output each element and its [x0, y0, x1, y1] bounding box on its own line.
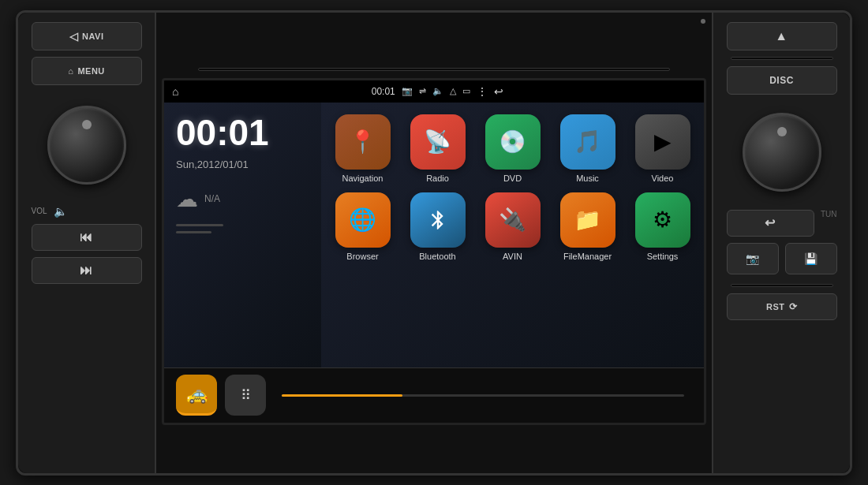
browser-app-label: Browser	[346, 252, 378, 261]
progress-bar	[282, 394, 684, 397]
vol-label: VOL	[32, 207, 47, 215]
sd-slot	[731, 284, 833, 287]
dvd-app-icon[interactable]: 💿 DVD	[479, 114, 546, 183]
nav-app-icon[interactable]: 📍 Navigation	[329, 114, 396, 183]
home-icon[interactable]: ⌂	[172, 85, 178, 98]
rst-button[interactable]: RST ⟳	[727, 293, 837, 320]
navi-button[interactable]: ◁ NAVI	[32, 22, 142, 50]
avin-app-label: AVIN	[503, 252, 522, 261]
music-app-img: 🎵	[560, 114, 615, 170]
navi-arrow-icon: ◁	[69, 30, 79, 43]
status-volume-icon: 🔈	[432, 86, 443, 96]
nav-app-label: Navigation	[342, 173, 383, 183]
status-camera-icon: 📷	[402, 86, 413, 96]
video-app-icon[interactable]: ▶ Video	[629, 114, 696, 183]
right-panel: ▲ DISC ↩ TUN 📷 💾 RST ⟳	[712, 13, 850, 473]
status-rect-icon: ▭	[462, 86, 470, 96]
prev-button[interactable]: ⏮	[32, 224, 142, 251]
avin-app-icon[interactable]: 🔌 AVIN	[479, 192, 546, 261]
rst-icon: ⟳	[789, 301, 798, 312]
tuner-knob[interactable]	[743, 113, 821, 192]
bt-app-img	[410, 192, 466, 248]
bt-app-label: Bluetooth	[419, 252, 455, 261]
weather-line-2	[176, 231, 211, 233]
volume-knob[interactable]	[47, 106, 126, 185]
icon-row: 📷 💾	[727, 243, 837, 274]
disc-button[interactable]: DISC	[727, 66, 837, 95]
back-tun-row: ↩ TUN	[727, 210, 837, 237]
date-display: Sun,2012/01/01	[176, 159, 309, 170]
camera-icon: 📷	[746, 252, 760, 265]
sd-icon: 💾	[804, 252, 818, 265]
video-app-img: ▶	[635, 114, 690, 170]
menu-home-icon: ⌂	[68, 66, 73, 76]
menu-button[interactable]: ⌂ MENU	[32, 57, 142, 85]
browser-app-icon[interactable]: 🌐 Browser	[329, 192, 396, 261]
settings-app-img: ⚙	[635, 192, 690, 248]
dvd-app-label: DVD	[503, 173, 522, 183]
menu-label: MENU	[77, 66, 104, 76]
status-time: 00:01	[372, 86, 395, 97]
status-triangle-icon: △	[450, 86, 456, 96]
progress-fill	[282, 394, 402, 397]
back-button[interactable]: ↩	[727, 210, 814, 237]
camera-button[interactable]: 📷	[727, 243, 779, 274]
next-button[interactable]: ⏭	[32, 257, 142, 284]
bluetooth-svg	[427, 209, 449, 231]
status-bar: ⌂ 00:01 📷 ⇌ 🔈 △ ▭ ⋮ ↩	[164, 80, 704, 103]
clock-display: 00:01	[176, 114, 309, 151]
back-icon: ↩	[765, 215, 776, 230]
dock-icon-taxi[interactable]: 🚕	[176, 375, 217, 416]
sd-button[interactable]: 💾	[785, 243, 837, 274]
next-icon: ⏭	[80, 263, 93, 278]
radio-app-label: Radio	[426, 173, 449, 183]
cloud-icon: ☁	[176, 186, 198, 212]
status-center: 00:01 📷 ⇌ 🔈 △ ▭ ⋮ ↩	[372, 85, 503, 98]
music-app-icon[interactable]: 🎵 Music	[554, 114, 621, 183]
apps-grid-icon: ⠿	[241, 386, 251, 404]
vol-row: VOL 🔈	[32, 205, 142, 218]
settings-app-label: Settings	[647, 252, 679, 261]
fm-app-img: 📁	[560, 192, 615, 248]
music-app-label: Music	[576, 173, 599, 183]
weather-widget: ☁ N/A	[176, 186, 309, 212]
rst-label: RST	[766, 302, 785, 312]
dvd-app-img: 💿	[485, 114, 541, 170]
fm-app-icon[interactable]: 📁 FileManager	[554, 192, 621, 261]
weather-text: N/A	[204, 193, 220, 204]
top-cd-slot-area	[156, 61, 712, 78]
app-row-2: 🌐 Browser Bluetooth 🔌	[329, 192, 696, 261]
main-screen: ⌂ 00:01 📷 ⇌ 🔈 △ ▭ ⋮ ↩	[162, 78, 706, 425]
radio-app-icon[interactable]: 📡 Radio	[404, 114, 471, 183]
eject-icon: ▲	[775, 29, 788, 43]
bluetooth-app-icon[interactable]: Bluetooth	[404, 192, 471, 261]
settings-app-icon[interactable]: ⚙ Settings	[629, 192, 696, 261]
radio-app-img: 📡	[410, 114, 466, 170]
weather-lines	[176, 224, 309, 233]
dock-icon-apps[interactable]: ⠿	[225, 375, 266, 416]
avin-app-img: 🔌	[485, 192, 541, 248]
disc-label: DISC	[769, 75, 794, 86]
fm-app-label: FileManager	[563, 252, 612, 261]
car-head-unit: ◁ NAVI ⌂ MENU VOL 🔈 ⏮ ⏭	[16, 10, 852, 476]
right-cd-slot	[731, 57, 833, 60]
weather-line-1	[176, 224, 223, 226]
screen-wrapper: ⌂ 00:01 📷 ⇌ 🔈 △ ▭ ⋮ ↩	[156, 13, 712, 473]
video-app-label: Video	[652, 173, 674, 183]
left-panel: ◁ NAVI ⌂ MENU VOL 🔈 ⏮ ⏭	[18, 13, 156, 473]
status-back-icon[interactable]: ↩	[494, 85, 503, 98]
prev-icon: ⏮	[80, 230, 93, 244]
right-knob-container	[735, 105, 829, 200]
status-left: ⌂	[172, 85, 178, 98]
tun-label: TUN	[821, 210, 837, 237]
status-more-icon[interactable]: ⋮	[477, 85, 488, 98]
indicator-light	[701, 19, 705, 24]
status-transfer-icon: ⇌	[419, 86, 426, 96]
cd-slot	[198, 68, 670, 71]
navi-label: NAVI	[82, 32, 103, 41]
main-content: 00:01 Sun,2012/01/01 ☁ N/A	[164, 103, 704, 367]
info-panel: 00:01 Sun,2012/01/01 ☁ N/A	[164, 103, 321, 367]
eject-button[interactable]: ▲	[727, 22, 837, 50]
speaker-icon: 🔈	[54, 205, 67, 218]
nav-app-img: 📍	[335, 114, 391, 170]
